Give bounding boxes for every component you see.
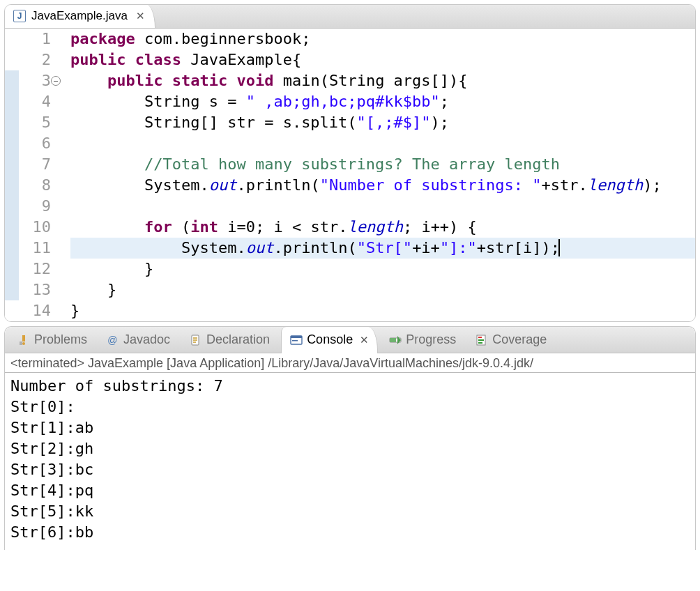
svg-rect-12 [478,339,484,341]
code-line[interactable]: System.out.println("Str["+i+"]:"+str[i])… [70,238,695,259]
console-line: Str[1]:ab [10,417,690,438]
fold-marker [5,196,19,217]
editor-panel: J JavaExample.java ✕ 1234567891011121314… [4,4,696,322]
tab-label: Problems [34,332,87,347]
tab-label: Progress [406,332,456,347]
line-number: 8 [19,175,51,196]
tab-label: Coverage [492,332,547,347]
fold-marker [5,300,19,321]
svg-rect-7 [292,340,298,341]
console-line: Str[5]:kk [10,501,690,522]
line-number: 6 [19,133,51,154]
fold-marker [5,133,19,154]
views-panel: Problems@JavadocDeclarationConsole✕Progr… [4,326,696,550]
console-output[interactable]: Number of substrings: 7Str[0]:Str[1]:abS… [5,373,695,550]
line-number: 5 [19,112,51,133]
fold-marker [5,259,19,279]
tab-javadoc[interactable]: @Javadoc [98,327,178,353]
editor-tab-strip: J JavaExample.java ✕ [5,5,695,29]
console-line: Number of substrings: 7 [10,376,690,397]
line-number: 14 [19,300,51,321]
javadoc-icon: @ [107,334,119,346]
progress-icon [389,334,402,346]
line-number: 12 [19,259,51,279]
close-icon[interactable]: ✕ [133,10,145,22]
line-number: 3 [19,70,51,91]
code-line[interactable]: public class JavaExample{ [70,49,695,70]
code-line[interactable]: } [70,259,695,279]
code-line[interactable]: for (int i=0; i < str.length; i++) { [70,217,695,238]
console-icon [290,334,303,346]
svg-rect-0 [22,335,25,341]
declaration-icon [190,334,202,346]
code-line[interactable]: String[] str = s.split("[,;#$]"); [70,112,695,133]
tab-label: Javadoc [123,332,170,347]
code-line[interactable]: package com.beginnersbook; [70,29,695,49]
code-line[interactable]: } [70,300,695,321]
code-line[interactable]: //Total how many substrings? The array l… [70,154,695,175]
fold-marker [5,217,19,238]
line-number: 7 [19,154,51,175]
views-tab-strip: Problems@JavadocDeclarationConsole✕Progr… [5,327,695,353]
tab-console[interactable]: Console✕ [281,327,378,353]
tab-coverage[interactable]: Coverage [467,327,555,353]
line-number: 2 [19,49,51,70]
editor-tab[interactable]: J JavaExample.java ✕ [5,4,155,28]
line-number: 1 [19,29,51,49]
line-number: 11 [19,238,51,259]
fold-marker [5,29,19,49]
fold-marker [5,49,19,70]
coverage-icon [475,334,488,346]
console-status: <terminated> JavaExample [Java Applicati… [5,353,695,373]
code-line[interactable]: public static void main(String args[]){ [70,70,695,91]
close-icon[interactable]: ✕ [357,334,369,346]
fold-marker [5,70,19,91]
console-line: Str[2]:gh [10,438,690,459]
tab-progress[interactable]: Progress [381,327,464,353]
line-number: 4 [19,91,51,112]
svg-rect-9 [390,338,396,342]
code-line[interactable] [70,133,695,154]
fold-marker [5,279,19,300]
line-number-gutter: 1234567891011121314 [19,29,55,321]
svg-point-1 [22,342,25,345]
code-line[interactable]: System.out.println("Number of substrings… [70,175,695,196]
line-number: 13 [19,279,51,300]
problems-icon [17,334,30,346]
tab-problems[interactable]: Problems [9,327,96,353]
line-number: 10 [19,217,51,238]
svg-rect-6 [291,336,302,338]
console-line: Str[6]:bb [10,522,690,543]
svg-rect-11 [478,337,482,338]
tab-label: Declaration [206,332,270,347]
tab-label: Console [307,332,353,347]
editor-tab-label: JavaExample.java [31,9,128,23]
tab-declaration[interactable]: Declaration [181,327,278,353]
text-cursor [558,239,560,256]
console-line: Str[3]:bc [10,459,690,480]
fold-marker [5,112,19,133]
code-line[interactable] [70,196,695,217]
code-line[interactable]: } [70,279,695,300]
fold-marker [5,175,19,196]
console-line: Str[0]: [10,397,690,417]
fold-toggle-icon[interactable] [51,76,61,86]
fold-marker [5,91,19,112]
svg-rect-13 [478,342,482,344]
fold-marker [5,238,19,259]
code-area[interactable]: package com.beginnersbook;public class J… [55,29,695,321]
code-line[interactable]: String s = " ,ab;gh,bc;pq#kk$bb"; [70,91,695,112]
fold-marker [5,154,19,175]
svg-rect-2 [20,341,22,345]
code-editor[interactable]: 1234567891011121314 package com.beginner… [5,29,695,321]
svg-text:@: @ [107,335,117,346]
fold-marker-column [5,29,19,321]
java-file-icon: J [13,10,26,22]
line-number: 9 [19,196,51,217]
console-line: Str[4]:pq [10,480,690,501]
